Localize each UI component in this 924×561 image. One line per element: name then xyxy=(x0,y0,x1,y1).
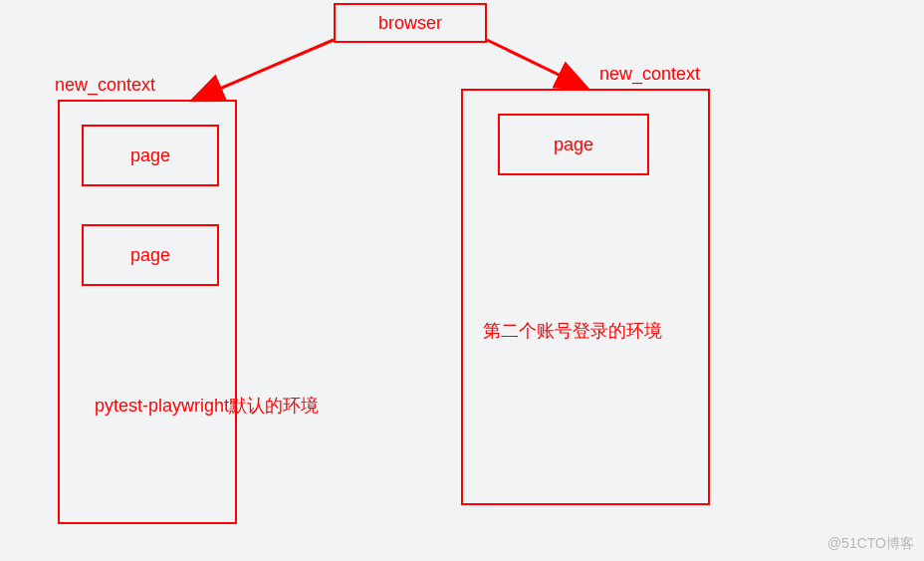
browser-label: browser xyxy=(378,13,442,34)
page-label: page xyxy=(554,135,593,155)
page-node: page xyxy=(82,125,219,186)
page-node: page xyxy=(498,114,649,175)
page-label: page xyxy=(130,145,170,166)
page-node: page xyxy=(82,224,219,286)
context-left-description: pytest-playwright默认的环境 xyxy=(95,394,319,418)
context-right-description: 第二个账号登录的环境 xyxy=(483,319,662,343)
context-right-label: new_context xyxy=(599,64,700,85)
watermark: @51CTO博客 xyxy=(827,535,914,553)
arrow-right-icon xyxy=(487,40,585,88)
arrow-left-icon xyxy=(194,40,334,100)
context-left-label: new_context xyxy=(55,75,155,96)
page-label: page xyxy=(130,245,170,266)
browser-node: browser xyxy=(334,3,487,43)
